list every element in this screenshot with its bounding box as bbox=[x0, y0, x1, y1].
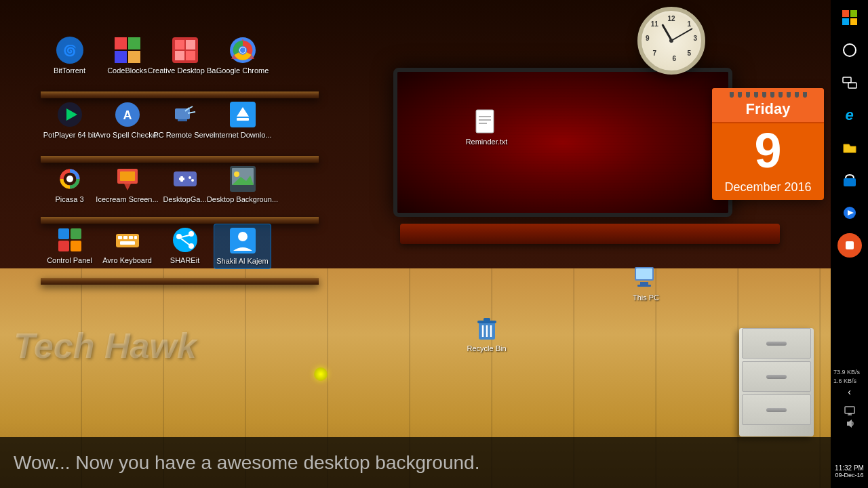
svg-point-52 bbox=[173, 228, 197, 252]
pc-remote-label: PC Remote Server bbox=[153, 131, 216, 140]
avro-keyboard-icon bbox=[114, 226, 141, 253]
creative-icon bbox=[172, 37, 199, 64]
desktop-reminder-area: Reminder.txt bbox=[458, 105, 515, 149]
filing-cabinet bbox=[739, 325, 814, 434]
store-button[interactable] bbox=[837, 168, 862, 192]
svg-point-80 bbox=[844, 44, 856, 56]
caption-bar: Wow... Now you have a awesome desktop ba… bbox=[0, 437, 868, 488]
right-panel: e 73.9 KB/s bbox=[831, 0, 868, 488]
icon-reminder[interactable]: Reminder.txt bbox=[458, 105, 515, 149]
picasa-label: Picasa 3 bbox=[55, 195, 83, 204]
svg-rect-7 bbox=[175, 40, 184, 49]
internet-dl-label: Internet Downlo... bbox=[213, 131, 271, 140]
icon-shakil[interactable]: Shakil Al Kajem bbox=[214, 224, 271, 269]
icon-avro-keyboard[interactable]: Avro Keyboard bbox=[98, 224, 156, 269]
desktop: 🌀 BitTorrent CodeBlocks bbox=[0, 0, 868, 488]
icon-internet-dl[interactable]: Internet Downlo... bbox=[214, 98, 271, 142]
shelf-board-1 bbox=[41, 92, 319, 98]
reminder-label: Reminder.txt bbox=[466, 138, 508, 146]
icon-shareit[interactable]: SHAREit bbox=[156, 224, 214, 269]
svg-rect-51 bbox=[120, 241, 135, 245]
icon-avro-spell[interactable]: A Avro Spell Checker bbox=[98, 98, 156, 142]
svg-rect-33 bbox=[174, 171, 197, 186]
bittorrent-label: BitTorrent bbox=[54, 66, 85, 75]
avro-keyboard-label: Avro Keyboard bbox=[102, 256, 152, 265]
icon-desktop-games[interactable]: DesktopGa... bbox=[156, 163, 214, 207]
orange-button[interactable] bbox=[837, 233, 862, 258]
svg-rect-87 bbox=[845, 407, 854, 413]
bittorrent-icon: 🌀 bbox=[56, 37, 83, 64]
shelf-board-2 bbox=[41, 156, 319, 163]
search-button[interactable] bbox=[837, 38, 862, 62]
cabinet-drawer-2 bbox=[742, 361, 811, 392]
shelf-board-3 bbox=[41, 217, 319, 224]
svg-point-36 bbox=[189, 176, 191, 179]
clock-minute-hand bbox=[671, 28, 693, 41]
desktop-games-label: DesktopGa... bbox=[163, 195, 206, 204]
icon-bittorrent[interactable]: 🌀 BitTorrent bbox=[41, 34, 98, 78]
picasa-icon bbox=[56, 165, 83, 192]
svg-rect-45 bbox=[71, 241, 81, 251]
this-pc-label: This PC bbox=[633, 293, 659, 302]
icon-creative-desktop[interactable]: Creative Desktop Ba... bbox=[156, 34, 214, 78]
internet-dl-icon bbox=[229, 101, 256, 128]
icon-google-chrome[interactable]: Google Chrome bbox=[214, 34, 271, 78]
desktop-this-pc-area: This PC bbox=[617, 261, 675, 305]
icon-control-panel[interactable]: Control Panel bbox=[41, 224, 98, 269]
svg-rect-8 bbox=[186, 40, 195, 49]
this-pc-icon bbox=[633, 264, 660, 291]
svg-rect-67 bbox=[640, 282, 648, 285]
svg-rect-2 bbox=[115, 37, 127, 49]
task-view-button[interactable] bbox=[837, 70, 862, 95]
tv-screen bbox=[397, 72, 728, 213]
svg-rect-9 bbox=[175, 51, 184, 60]
cabinet-drawer-3 bbox=[742, 394, 811, 425]
shakil-label: Shakil Al Kajem bbox=[216, 257, 268, 266]
media-player-button[interactable] bbox=[837, 201, 862, 225]
windows-start-button[interactable] bbox=[837, 5, 862, 30]
icon-picasa[interactable]: Picasa 3 bbox=[41, 163, 98, 207]
clock-center bbox=[669, 39, 673, 43]
monitor-icon bbox=[844, 405, 855, 416]
icecream-label: Icecream Screen... bbox=[96, 195, 158, 204]
svg-rect-77 bbox=[850, 10, 857, 17]
icon-pc-remote[interactable]: PC Remote Server bbox=[156, 98, 214, 142]
svg-rect-35 bbox=[180, 176, 183, 182]
explorer-button[interactable] bbox=[837, 136, 862, 160]
icon-this-pc[interactable]: This PC bbox=[617, 261, 675, 305]
svg-rect-31 bbox=[120, 171, 135, 181]
svg-rect-44 bbox=[58, 241, 69, 251]
reminder-icon bbox=[473, 108, 500, 135]
net-speed-up: 1.6 KB/s bbox=[833, 377, 865, 386]
tray-expand[interactable]: ‹ bbox=[831, 386, 868, 397]
calendar-widget: Friday 9 December 2016 bbox=[712, 88, 824, 200]
icon-desktop-bg[interactable]: Desktop Backgroun... bbox=[214, 163, 271, 207]
svg-point-37 bbox=[191, 179, 194, 182]
potplayer-label: PotPlayer 64 bit bbox=[43, 131, 96, 140]
shelf-board-4 bbox=[41, 278, 319, 285]
svg-rect-82 bbox=[848, 83, 856, 88]
svg-rect-76 bbox=[842, 10, 849, 17]
calendar-spiral bbox=[712, 91, 824, 99]
control-panel-icon bbox=[56, 226, 83, 253]
svg-marker-32 bbox=[124, 184, 131, 190]
svg-rect-43 bbox=[71, 228, 81, 239]
icon-recycle-bin[interactable]: Recycle Bin bbox=[458, 312, 515, 356]
icon-icecream[interactable]: Icecream Screen... bbox=[98, 163, 156, 207]
svg-rect-66 bbox=[636, 268, 652, 279]
potplayer-icon bbox=[56, 101, 83, 128]
desktop-recycle-area: Recycle Bin bbox=[458, 312, 515, 356]
svg-rect-72 bbox=[484, 318, 490, 321]
icon-row-3: Picasa 3 Icecream Screen... bbox=[41, 163, 271, 207]
speaker-icon bbox=[844, 418, 855, 429]
avro-spell-label: Avro Spell Checker bbox=[96, 131, 159, 140]
svg-rect-10 bbox=[186, 51, 195, 60]
recycle-bin-icon bbox=[473, 314, 500, 342]
icon-potplayer[interactable]: PotPlayer 64 bit bbox=[41, 98, 98, 142]
network-speed: 73.9 KB/s 1.6 KB/s bbox=[831, 366, 868, 387]
shareit-icon bbox=[172, 226, 199, 253]
svg-rect-42 bbox=[58, 228, 69, 239]
edge-button[interactable]: e bbox=[837, 103, 862, 127]
svg-rect-48 bbox=[123, 236, 127, 239]
control-panel-label: Control Panel bbox=[47, 256, 92, 265]
